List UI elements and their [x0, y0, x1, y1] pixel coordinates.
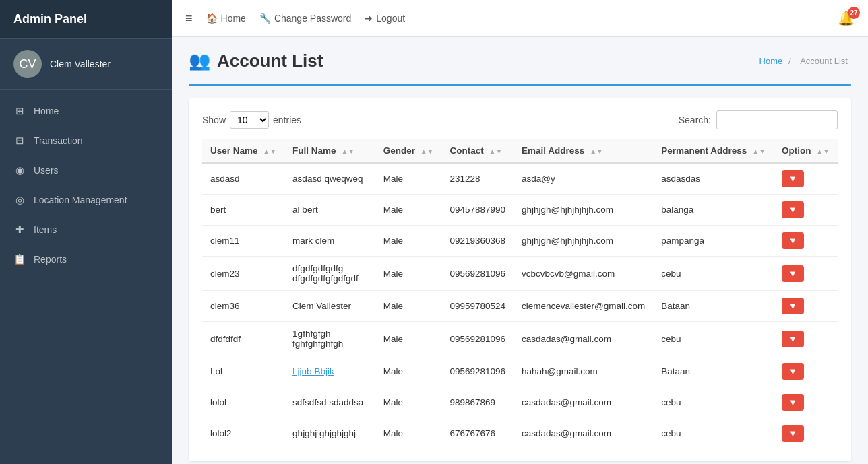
cell-gender: Male [375, 195, 442, 226]
cell-gender: Male [375, 418, 442, 449]
sort-option-icon: ▲▼ [816, 147, 830, 155]
table-row: asdasd asdasd qweqweq Male 231228 asda@y… [202, 163, 838, 195]
sidebar-item-reports[interactable]: 📋 Reports [0, 244, 172, 274]
topbar: ≡ 🏠 Home 🔧 Change Password ➜ Logout 🔔 27 [172, 0, 868, 37]
cell-address: cebu [653, 387, 774, 418]
cell-option: ▼ [774, 226, 838, 257]
main-area: ≡ 🏠 Home 🔧 Change Password ➜ Logout 🔔 27… [172, 0, 868, 464]
sidebar-item-location-management[interactable]: ◎ Location Management [0, 185, 172, 215]
col-fullname[interactable]: Full Name ▲▼ [284, 139, 375, 163]
cell-address: asdasdas [653, 163, 774, 195]
cell-contact: 676767676 [441, 418, 514, 449]
sidebar-item-users[interactable]: ◉ Users [0, 156, 172, 185]
cell-option: ▼ [774, 195, 838, 226]
cell-username: lolol [202, 387, 284, 418]
cell-fullname: sdfsdfsd sdaddsa [284, 387, 375, 418]
reports-icon: 📋 [13, 253, 26, 265]
col-email[interactable]: Email Address ▲▼ [514, 139, 653, 163]
cell-option: ▼ [774, 322, 838, 356]
cell-contact: 09457887990 [441, 195, 514, 226]
cell-fullname: dfgdfgdfgdfg dfgdfgdfgfgdfgdf [284, 257, 375, 291]
blue-bar [189, 84, 851, 86]
page-title-area: 👥 Account List [189, 51, 323, 71]
cell-email: casdadas@gmail.com [514, 387, 653, 418]
cell-username: Lol [202, 356, 284, 387]
notification-bell[interactable]: 🔔 27 [838, 10, 855, 26]
col-address[interactable]: Permanent Address ▲▼ [653, 139, 774, 163]
table-row: clem36 Clem Vallester Male 09959780524 c… [202, 291, 838, 322]
cell-fullname: Clem Vallester [284, 291, 375, 322]
table-row: lolol2 ghjghj ghjghjghj Male 676767676 c… [202, 418, 838, 449]
search-label: Search: [679, 114, 711, 125]
cell-address: balanga [653, 195, 774, 226]
sidebar-item-label: Items [34, 224, 57, 235]
sidebar-username: Clem Vallester [50, 59, 111, 69]
avatar: CV [13, 50, 42, 78]
cell-username: bert [202, 195, 284, 226]
cell-email: asda@y [514, 163, 653, 195]
cell-gender: Male [375, 257, 442, 291]
cell-email: clemencevallester@gmail.com [514, 291, 653, 322]
search-box: Search: [679, 110, 838, 129]
breadcrumb-separator: / [788, 56, 791, 66]
sidebar-item-label: Transaction [34, 135, 83, 146]
topbar-changepassword-link[interactable]: 🔧 Change Password [259, 13, 351, 24]
action-button[interactable]: ▼ [782, 331, 804, 347]
sidebar-item-items[interactable]: ✚ Items [0, 215, 172, 244]
breadcrumb-current: Account List [800, 56, 848, 66]
sidebar-item-label: Users [34, 165, 59, 176]
search-input[interactable] [716, 110, 838, 129]
cell-email: ghjhjgh@hjhjhjhjh.com [514, 226, 653, 257]
menu-toggle-icon[interactable]: ≡ [185, 11, 193, 26]
action-button[interactable]: ▼ [782, 232, 804, 249]
cell-email: casdadas@gmail.com [514, 418, 653, 449]
action-button[interactable]: ▼ [782, 394, 804, 411]
topbar-logout-link[interactable]: ➜ Logout [365, 13, 405, 24]
table-body: asdasd asdasd qweqweq Male 231228 asda@y… [202, 163, 838, 449]
cell-contact: 231228 [441, 163, 514, 195]
action-button[interactable]: ▼ [782, 298, 804, 314]
logout-icon: ➜ [365, 13, 373, 24]
cell-option: ▼ [774, 257, 838, 291]
action-button[interactable]: ▼ [782, 363, 804, 380]
cell-option: ▼ [774, 418, 838, 449]
cell-contact: 09959780524 [441, 291, 514, 322]
action-button[interactable]: ▼ [782, 201, 804, 218]
cell-fullname: Ljjnb Bbjik [284, 356, 375, 387]
table-row: dfdfdfdf 1gfhfgfgh fghfghfghfgh Male 095… [202, 322, 838, 356]
action-button[interactable]: ▼ [782, 170, 804, 187]
cell-address: Bataan [653, 356, 774, 387]
col-username[interactable]: User Name ▲▼ [202, 139, 284, 163]
cell-username: clem23 [202, 257, 284, 291]
table-row: clem23 dfgdfgdfgdfg dfgdfgdfgfgdfgdf Mal… [202, 257, 838, 291]
sort-contact-icon: ▲▼ [489, 147, 502, 155]
cell-email: casdadas@gmail.com [514, 322, 653, 356]
transaction-icon: ⊟ [13, 135, 26, 147]
col-contact[interactable]: Contact ▲▼ [441, 139, 514, 163]
topbar-home-link[interactable]: 🏠 Home [206, 13, 246, 24]
page-title: Account List [217, 51, 323, 71]
action-button[interactable]: ▼ [782, 425, 804, 442]
cell-gender: Male [375, 291, 442, 322]
cell-username: clem11 [202, 226, 284, 257]
cell-fullname: asdasd qweqweq [284, 163, 375, 195]
topbar-changepassword-label: Change Password [274, 13, 351, 24]
table-header: User Name ▲▼ Full Name ▲▼ Gender ▲▼ Co [202, 139, 838, 163]
entries-label: entries [273, 114, 301, 125]
sidebar-item-transaction[interactable]: ⊟ Transaction [0, 126, 172, 156]
col-gender[interactable]: Gender ▲▼ [375, 139, 442, 163]
sidebar-item-label: Location Management [34, 195, 127, 205]
sidebar-title: Admin Panel [0, 0, 172, 38]
sidebar-item-home[interactable]: ⊞ Home [0, 96, 172, 126]
entries-select[interactable]: 10 25 50 100 [230, 111, 269, 129]
breadcrumb-home[interactable]: Home [760, 56, 783, 66]
sort-gender-icon: ▲▼ [421, 147, 434, 155]
sort-email-icon: ▲▼ [590, 147, 603, 155]
page-header: 👥 Account List Home / Account List [189, 51, 851, 71]
fullname-link[interactable]: Ljjnb Bbjik [292, 366, 334, 376]
cell-contact: 09569281096 [441, 356, 514, 387]
sort-username-icon: ▲▼ [263, 147, 276, 155]
content-area: 👥 Account List Home / Account List Show … [172, 37, 868, 464]
cell-address: cebu [653, 418, 774, 449]
action-button[interactable]: ▼ [782, 265, 804, 282]
